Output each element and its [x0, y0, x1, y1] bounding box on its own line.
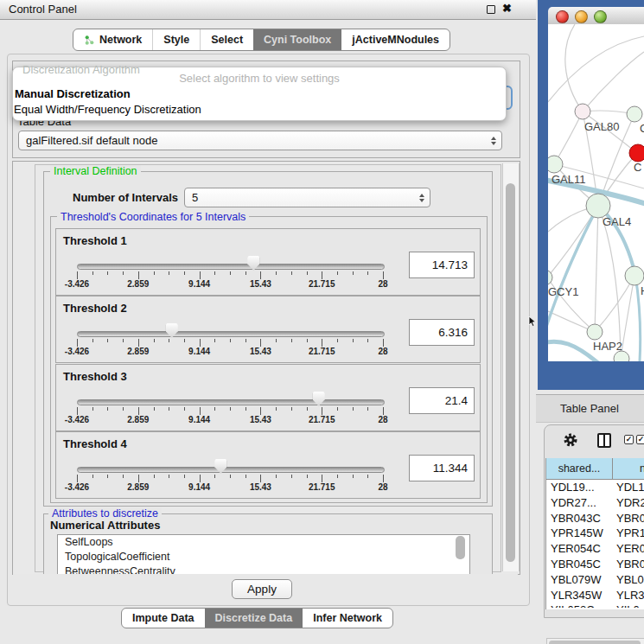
tab-impute-data[interactable]: Impute Data	[122, 609, 205, 628]
apply-button[interactable]: Apply	[232, 579, 292, 599]
tick-label: 2.859	[108, 347, 169, 356]
network-node-gal4[interactable]	[586, 194, 610, 218]
tab-infer-network[interactable]: Infer Network	[303, 609, 392, 628]
cell-shared-name: YPR145W	[551, 526, 603, 539]
table-row[interactable]: YER054CYER0	[546, 541, 644, 557]
node-label: GAL11	[552, 173, 586, 186]
combo-spinner-icon	[491, 137, 496, 145]
numerical-attributes-list[interactable]: SelfLoopsTopologicalCoefficientBetweenne…	[57, 534, 470, 575]
tick-label: 2.859	[108, 482, 169, 492]
node-label: H	[641, 284, 644, 297]
scrollbar-thumb[interactable]	[506, 183, 515, 562]
table-row[interactable]: YDL19...YDL1	[546, 480, 644, 495]
split-columns-icon[interactable]	[597, 433, 611, 448]
control-panel-window: Control Panel ✖ NetworkStyleSelectCyni T…	[0, 0, 644, 644]
tab-label: Impute Data	[132, 612, 194, 624]
slider-ticks	[77, 271, 385, 279]
list-item[interactable]: TopologicalCoefficient	[58, 550, 469, 564]
list-item[interactable]: SelfLoops	[58, 535, 469, 550]
tab-jactivemnodules[interactable]: jActiveMNodules	[341, 29, 450, 50]
column-header-name[interactable]: n	[613, 458, 644, 480]
table-panel-titlebar: Table Panel	[536, 394, 644, 423]
network-node-ga[interactable]	[627, 106, 642, 122]
interval-definition-title: Interval Definition	[50, 165, 141, 177]
table-data-combo[interactable]: galFiltered.sif default node	[18, 131, 502, 150]
tab-style[interactable]: Style	[152, 29, 200, 50]
tab-network[interactable]: Network	[73, 29, 152, 50]
cell-name: YBR0	[616, 558, 644, 571]
bottom-tabstrip: Impute DataDiscretize DataInfer Network	[121, 608, 393, 628]
apply-row: Apply	[13, 574, 518, 603]
tab-label: Infer Network	[313, 612, 382, 624]
node-table[interactable]: YDL19...YDL1YDR27...YDR2YBR043CYBR0YPR14…	[546, 480, 644, 608]
cell-shared-name: YBL079W	[551, 573, 602, 586]
attributes-list-scrollbar[interactable]	[456, 536, 465, 559]
cell-shared-name: YDL19...	[551, 481, 595, 494]
network-node-gal80[interactable]	[575, 104, 590, 119]
table-row[interactable]: YBL079WYBL0	[546, 572, 644, 588]
tick-label: 9.144	[169, 347, 230, 356]
tick-label: 21.715	[291, 415, 352, 424]
slider-ticks	[77, 475, 385, 482]
network-node-gal11[interactable]	[548, 156, 563, 173]
checkbox-icon[interactable]: ✓	[636, 435, 644, 444]
scrollbar-thumb[interactable]	[549, 641, 641, 644]
threshold-value-field[interactable]: 14.713	[409, 252, 475, 278]
tick-label: 15.43	[230, 279, 290, 289]
tick-label: 21.715	[291, 347, 352, 356]
slider-track[interactable]	[77, 467, 385, 473]
network-node-h[interactable]	[625, 266, 644, 285]
settings-vertical-scrollbar[interactable]	[502, 163, 520, 571]
minimize-traffic-light-icon[interactable]	[575, 10, 588, 23]
slider-track[interactable]	[77, 399, 385, 405]
tick-label: 9.144	[169, 415, 230, 424]
checkbox-icon[interactable]: ✓	[624, 435, 634, 444]
table-row[interactable]: YLR345WYLR3	[546, 588, 644, 603]
algorithm-option-equal-width[interactable]: Equal Width/Frequency Discretization	[14, 103, 201, 116]
tab-label: Discretize Data	[215, 612, 293, 624]
network-node-c[interactable]	[629, 144, 644, 162]
tab-label: Select	[211, 34, 243, 46]
threshold-panel-1: Threshold 1-3.4262.8599.14415.4321.71528…	[55, 228, 481, 296]
algorithm-option-manual[interactable]: Manual Discretization	[15, 87, 131, 100]
close-icon[interactable]: ✖	[502, 2, 512, 15]
tick-label: 28	[353, 347, 413, 356]
window-titlebar: Control Panel ✖	[0, 0, 536, 20]
threshold-value-field[interactable]: 21.4	[409, 387, 475, 414]
threshold-value-field[interactable]: 11.344	[409, 455, 475, 481]
table-row[interactable]: YBR045CYBR0	[546, 557, 644, 572]
zoom-traffic-light-icon[interactable]	[594, 10, 607, 23]
table-row[interactable]: YIL052CYIL0	[546, 603, 644, 608]
slider-track[interactable]	[77, 264, 385, 270]
node-label: GA	[640, 122, 644, 135]
table-horizontal-scrollbar[interactable]	[546, 638, 644, 644]
slider-track[interactable]	[77, 331, 385, 337]
threshold-label: Threshold 3	[63, 370, 127, 383]
network-node-hap2[interactable]	[587, 324, 603, 340]
column-header-shared-name[interactable]: shared...	[546, 458, 613, 480]
table-row[interactable]: YBR043CYBR0	[546, 511, 644, 526]
network-canvas[interactable]: GAL80GACGAL11GAL4GCY1HHAP2	[548, 24, 644, 361]
table-row[interactable]: YDR27...YDR2	[546, 495, 644, 511]
cell-shared-name: YBR043C	[551, 512, 601, 525]
float-window-icon[interactable]	[487, 5, 495, 14]
table-data-combo-value: galFiltered.sif default node	[26, 131, 157, 150]
number-of-intervals-combo[interactable]: 5	[184, 188, 430, 207]
network-view-window: GAL80GACGAL11GAL4GCY1HHAP2	[538, 0, 644, 390]
threshold-value-field[interactable]: 6.316	[409, 319, 475, 346]
tab-label: Cyni Toolbox	[264, 34, 331, 46]
tick-label: 28	[353, 415, 413, 424]
table-row[interactable]: YPR145WYPR1	[546, 526, 644, 541]
tab-select[interactable]: Select	[200, 29, 253, 50]
threshold-panel-2: Threshold 2-3.4262.8599.14415.4321.71528…	[55, 296, 481, 363]
cell-shared-name: YLR345W	[551, 589, 602, 602]
close-traffic-light-icon[interactable]	[556, 10, 569, 23]
tab-cyni-toolbox[interactable]: Cyni Toolbox	[253, 29, 341, 50]
network-window-titlebar[interactable]	[548, 7, 644, 25]
slider-ticks	[77, 339, 385, 347]
node-label: HAP2	[593, 340, 622, 353]
gear-icon[interactable]	[564, 433, 577, 447]
tab-discretize-data[interactable]: Discretize Data	[205, 609, 303, 628]
cell-name: YDR2	[616, 496, 644, 509]
window-title: Control Panel	[9, 3, 77, 16]
